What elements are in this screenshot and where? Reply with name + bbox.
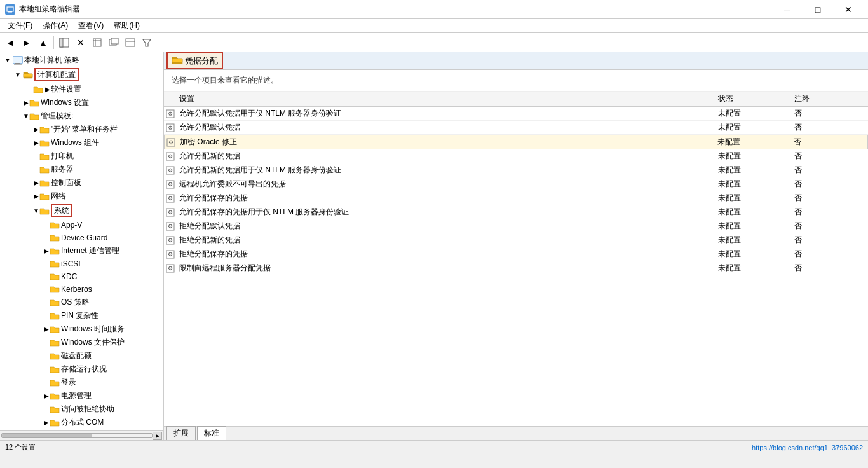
row-icon: ⚙ (165, 138, 177, 147)
tree-toggle-software[interactable]: ▶ (23, 85, 33, 95)
maximize-button[interactable]: □ (803, 0, 832, 19)
table-row[interactable]: ⚙ 允许分配新的凭据 未配置 否 (164, 149, 868, 163)
tab-standard[interactable]: 标准 (197, 426, 226, 440)
tree-item-fileprotect[interactable]: Windows 文件保护 (0, 336, 163, 349)
tree-toggle-network[interactable]: ▶ (33, 191, 39, 202)
svg-rect-3 (60, 38, 63, 47)
tree-item-pin[interactable]: PIN 复杂性 (0, 309, 163, 322)
toolbar-sep-1 (53, 36, 54, 49)
tree-toggle-winsettings[interactable]: ▶ (23, 98, 29, 108)
tree-item-iscsi[interactable]: iSCSI (0, 258, 163, 270)
row-note: 否 (792, 221, 868, 231)
tree-item-kdc[interactable]: KDC (0, 270, 163, 283)
tree-toggle-powermgmt[interactable]: ▶ (43, 391, 50, 401)
row-icon: ⚙ (164, 236, 177, 245)
delete-button[interactable]: ✕ (73, 35, 88, 50)
menu-file[interactable]: 文件(F) (3, 19, 37, 32)
tree-item-admin-templates[interactable]: ▼ 管理模板: (0, 109, 163, 123)
tree-toggle-startmenu[interactable]: ▶ (33, 125, 39, 135)
show-hide-button[interactable] (57, 35, 72, 50)
menu-help[interactable]: 帮助(H) (109, 19, 145, 32)
menu-view[interactable]: 查看(V) (73, 19, 109, 32)
tree-item-kerberos[interactable]: Kerberos (0, 283, 163, 296)
tree-label-kerberos: Kerberos (61, 285, 92, 294)
tree-item-windows-settings[interactable]: ▶ Windows 设置 (0, 96, 163, 109)
table-row[interactable]: ⚙ 允许分配新的凭据用于仅 NTLM 服务器身份验证 未配置 否 (164, 163, 868, 177)
tree-item-timeservice[interactable]: ▶ Windows 时间服务 (0, 322, 163, 336)
minimize-button[interactable]: ─ (773, 0, 802, 19)
tree-item-network[interactable]: ▶ 网络 (0, 189, 163, 203)
table-row[interactable]: ⚙ 拒绝分配默认凭据 未配置 否 (164, 219, 868, 233)
filter-button[interactable] (139, 35, 154, 50)
tree-toggle-system[interactable]: ▼ (33, 206, 39, 216)
tree-item-internetcomm[interactable]: ▶ Internet 通信管理 (0, 244, 163, 258)
tree-item-ctrlpanel[interactable]: ▶ 控制面板 (0, 176, 163, 189)
menu-action[interactable]: 操作(A) (37, 19, 73, 32)
row-status: 未配置 (715, 165, 792, 176)
tree-toggle-admintpl[interactable]: ▼ (23, 111, 29, 121)
new-window-button[interactable] (106, 35, 121, 50)
tree-label-network: 网络 (51, 191, 66, 202)
tree-item-root[interactable]: ▼ 本地计算机 策略 (0, 53, 163, 67)
breadcrumb-folder[interactable]: 凭据分配 (166, 52, 223, 69)
tree-item-deviceguard[interactable]: Device Guard (0, 231, 163, 244)
window-controls: ─ □ ✕ (773, 0, 863, 19)
tree-item-ospolicy[interactable]: OS 策略 (0, 296, 163, 309)
close-button[interactable]: ✕ (834, 0, 863, 19)
properties-button[interactable] (90, 35, 105, 50)
tree-toggle-wincomp[interactable]: ▶ (33, 138, 39, 148)
left-scroll-right[interactable]: ▶ (153, 432, 162, 440)
row-note: 否 (792, 235, 868, 245)
tree-item-accessdenied[interactable]: 访问被拒绝协助 (0, 403, 163, 416)
tree-toggle-root[interactable]: ▼ (3, 55, 13, 65)
tree-item-wincomp[interactable]: ▶ Windows 组件 (0, 136, 163, 149)
table-row[interactable]: ⚙ 拒绝分配新的凭据 未配置 否 (164, 233, 868, 247)
tree-item-diskquota[interactable]: 磁盘配额 (0, 349, 163, 362)
tree-item-server[interactable]: 服务器 (0, 163, 163, 176)
tree-item-computer-config[interactable]: ▼ 计算机配置 (0, 67, 163, 83)
table-row[interactable]: ⚙ 限制向远程服务器分配凭据 未配置 否 (164, 261, 868, 275)
row-icon: ⚙ (164, 194, 177, 203)
col-status-header: 状态 (715, 93, 792, 104)
tree-toggle-ctrlpanel[interactable]: ▶ (33, 178, 39, 188)
tree-toggle-timeservice[interactable]: ▶ (43, 324, 50, 334)
tree-item-printer[interactable]: 打印机 (0, 149, 163, 163)
extend-view-button[interactable] (123, 35, 138, 50)
tree-item-startmenu[interactable]: ▶ "开始"菜单和任务栏 (0, 123, 163, 136)
svg-text:⚙: ⚙ (168, 125, 173, 131)
tree-item-login[interactable]: 登录 (0, 376, 163, 389)
table-row[interactable]: ⚙ 拒绝分配保存的凭据 未配置 否 (164, 247, 868, 261)
tree-label-pin: PIN 复杂性 (61, 310, 98, 321)
row-status: 未配置 (715, 263, 792, 273)
row-text: 允许分配新的凭据 (177, 151, 715, 162)
table-row[interactable]: ⚙ 允许分配保存的凭据用于仅 NTLM 服务器身份验证 未配置 否 (164, 205, 868, 219)
tree-item-appv[interactable]: App-V (0, 219, 163, 231)
table-row[interactable]: ⚙ 允许分配默认凭据 未配置 否 (164, 121, 868, 135)
table-row[interactable]: ⚙ 远程机允许委派不可导出的凭据 未配置 否 (164, 177, 868, 191)
svg-text:⚙: ⚙ (168, 223, 173, 230)
tree-item-software[interactable]: ▶ ▶ 软件设置 (0, 83, 163, 96)
tree-item-distcom[interactable]: ▶ 分布式 COM (0, 416, 163, 429)
back-button[interactable]: ◄ (3, 35, 18, 50)
forward-button[interactable]: ► (19, 35, 34, 50)
folder-icon-wincomp (39, 138, 50, 148)
tab-extend[interactable]: 扩展 (166, 426, 196, 440)
tree-toggle-soft2[interactable]: ▶ (44, 85, 51, 95)
tree-toggle-distcom[interactable]: ▶ (43, 418, 50, 428)
table-row[interactable]: ⚙ 允许分配默认凭据用于仅 NTLM 服务器身份验证 未配置 否 (164, 107, 868, 121)
table-row[interactable]: ⚙ 加密 Oracle 修正 未配置 否 (164, 135, 868, 149)
folder-icon-kdc (50, 272, 60, 282)
tree-toggle-computer[interactable]: ▼ (13, 70, 23, 80)
tree-item-powermgmt[interactable]: ▶ 电源管理 (0, 389, 163, 403)
tree-item-storestatus[interactable]: 存储运行状况 (0, 362, 163, 376)
row-text: 拒绝分配新的凭据 (177, 235, 715, 245)
tree-label-storestatus: 存储运行状况 (61, 364, 107, 375)
tree-item-system[interactable]: ▼ 系统 (0, 203, 163, 219)
row-note: 否 (792, 263, 868, 273)
left-panel-scrollbar[interactable]: ▶ (0, 430, 163, 440)
table-row[interactable]: ⚙ 允许分配保存的凭据 未配置 否 (164, 191, 868, 205)
up-button[interactable]: ▲ (36, 35, 51, 50)
row-text: 允许分配新的凭据用于仅 NTLM 服务器身份验证 (177, 165, 715, 176)
right-description: 选择一个项目来查看它的描述。 (164, 70, 868, 92)
tree-toggle-inetcomm[interactable]: ▶ (43, 246, 50, 256)
